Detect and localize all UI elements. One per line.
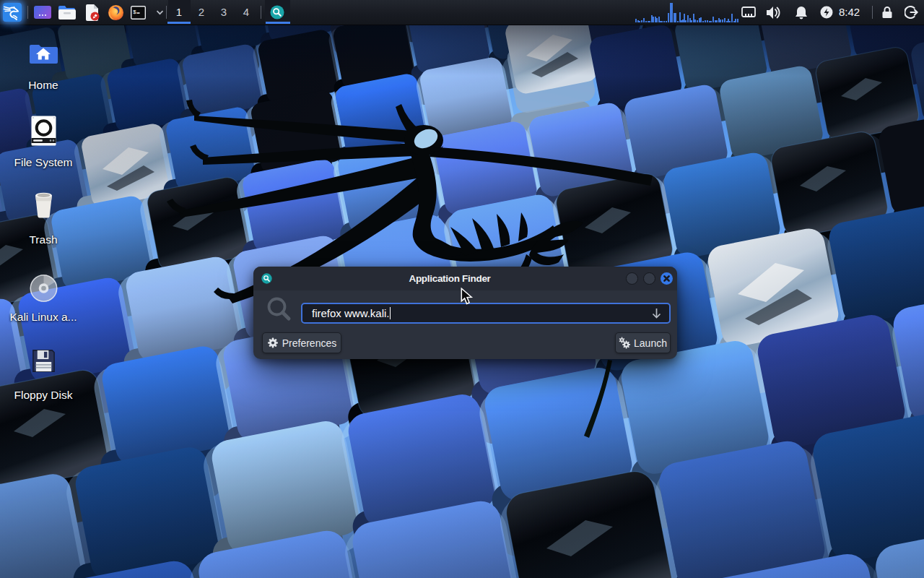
svg-text:$: $ (133, 9, 136, 15)
